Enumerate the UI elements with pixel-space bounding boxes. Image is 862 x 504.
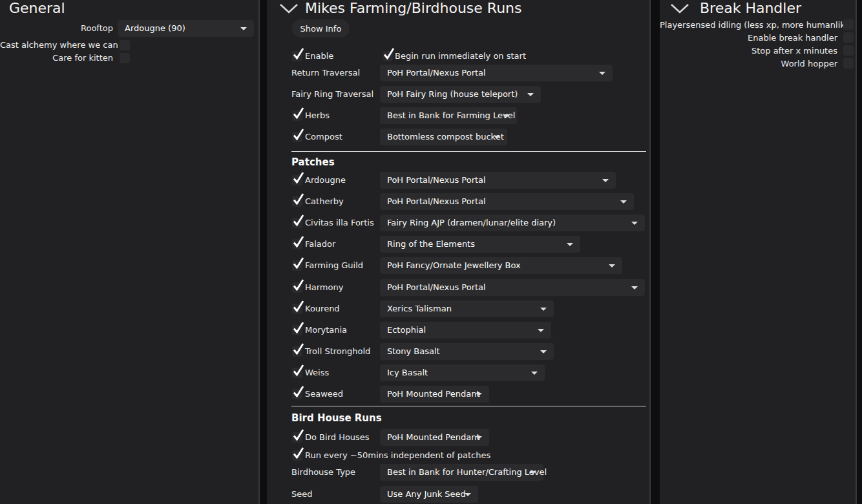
- care-for-kitten-checkbox[interactable]: [120, 53, 130, 63]
- settings-row-falador: FaladorRing of the Elements: [267, 236, 649, 253]
- fairy-ring-traversal-dropdown[interactable]: PoH Fairy Ring (house teleport): [380, 86, 541, 103]
- farming-panel-title: Mikes Farming/Birdhouse Runs: [305, 0, 522, 17]
- settings-row-fairy-ring-traversal: Fairy Ring TraversalPoH Fairy Ring (hous…: [267, 86, 649, 103]
- dropdown-arrow-icon: [476, 393, 482, 396]
- cast-alchemy-where-we-can-checkbox[interactable]: [120, 40, 130, 50]
- morytania-dropdown[interactable]: Ectophial: [380, 322, 551, 339]
- do-bird-houses-dropdown-value: PoH Mounted Pendant: [387, 429, 480, 446]
- falador-label: Falador: [305, 236, 335, 253]
- farming-guild-dropdown[interactable]: PoH Fancy/Ornate Jewellery Box: [380, 257, 622, 274]
- morytania-label: Morytania: [305, 322, 347, 339]
- seaweed-dropdown[interactable]: PoH Mounted Pendant: [380, 386, 489, 403]
- stop-after-x-minutes-checkbox[interactable]: [843, 45, 854, 56]
- civitas-illa-fortis-dropdown[interactable]: Fairy Ring AJP (dramen/lunar/elite diary…: [380, 215, 645, 231]
- farming-guild-checkbox[interactable]: [292, 260, 302, 271]
- enable-break-handler-checkbox[interactable]: [843, 32, 854, 43]
- collapse-chevron-down-icon[interactable]: [279, 3, 299, 14]
- do-bird-houses-checkbox[interactable]: [292, 432, 302, 443]
- herbs-checkbox[interactable]: [292, 110, 302, 121]
- dropdown-arrow-icon: [540, 350, 547, 353]
- compost-label: Compost: [305, 129, 342, 145]
- catherby-dropdown[interactable]: PoH Portal/Nexus Portal: [380, 193, 634, 210]
- settings-row-farming-guild: Farming GuildPoH Fancy/Ornate Jewellery …: [267, 257, 649, 274]
- panel-break-handler: Break Handler Playersensed idling (less …: [660, 0, 857, 504]
- playersensed-idling-less-xp-more-humanlike-label: Playersensed idling (less xp, more human…: [660, 19, 837, 30]
- ardougne-checkbox[interactable]: [292, 175, 302, 185]
- do-bird-houses-dropdown[interactable]: PoH Mounted Pendant: [380, 429, 489, 446]
- ardougne-label: Ardougne: [305, 172, 346, 189]
- civitas-illa-fortis-label: Civitas illa Fortis: [305, 215, 374, 231]
- rooftop-dropdown-value: Ardougne (90): [125, 20, 185, 37]
- civitas-illa-fortis-checkbox[interactable]: [292, 218, 302, 228]
- troll-stronghold-dropdown-value: Stony Basalt: [387, 343, 440, 360]
- farming-guild-label: Farming Guild: [305, 257, 363, 274]
- world-hopper-label: World hopper: [660, 58, 837, 69]
- break-handler-panel-title: Break Handler: [700, 0, 801, 17]
- settings-row-ardougne: ArdougnePoH Portal/Nexus Portal: [267, 172, 649, 189]
- option-row-care-for-kitten: Care for kitten: [0, 53, 258, 63]
- harmony-dropdown-value: PoH Portal/Nexus Portal: [387, 279, 486, 296]
- world-hopper-checkbox[interactable]: [843, 58, 854, 68]
- dropdown-arrow-icon: [476, 436, 482, 439]
- option-row-stop-after-x-minutes: Stop after x minutes: [660, 45, 856, 56]
- troll-stronghold-dropdown[interactable]: Stony Basalt: [380, 343, 554, 360]
- farming-guild-dropdown-value: PoH Fancy/Ornate Jewellery Box: [387, 257, 521, 274]
- ardougne-dropdown[interactable]: PoH Portal/Nexus Portal: [380, 172, 616, 189]
- settings-row-troll-stronghold: Troll StrongholdStony Basalt: [267, 343, 649, 360]
- panel-general: General Rooftop Ardougne (90) Cast alche…: [0, 0, 260, 504]
- catherby-checkbox[interactable]: [292, 196, 302, 207]
- option-row-cast-alchemy-where-we-can: Cast alchemy where we can: [0, 40, 258, 50]
- herbs-dropdown[interactable]: Best in Bank for Farming Level: [380, 107, 517, 124]
- compost-dropdown[interactable]: Bottomless compost bucket: [380, 129, 507, 145]
- settings-row-compost: CompostBottomless compost bucket: [267, 129, 649, 145]
- seed-dropdown[interactable]: Use Any Junk Seed: [380, 486, 478, 503]
- birdhouse-type-dropdown[interactable]: Best in Bank for Hunter/Crafting Level: [380, 464, 543, 481]
- run-every-50mins-independent-of-patches-checkbox[interactable]: [292, 450, 302, 461]
- fairy-ring-traversal-label: Fairy Ring Traversal: [291, 86, 373, 103]
- kourend-dropdown[interactable]: Xerics Talisman: [380, 300, 554, 317]
- return-traversal-dropdown[interactable]: PoH Portal/Nexus Portal: [380, 65, 613, 81]
- kourend-checkbox[interactable]: [292, 304, 302, 314]
- settings-row-harmony: HarmonyPoH Portal/Nexus Portal: [267, 279, 649, 296]
- weiss-dropdown[interactable]: Icy Basalt: [380, 364, 545, 381]
- dropdown-arrow-icon: [567, 243, 573, 246]
- morytania-checkbox[interactable]: [292, 325, 302, 335]
- harmony-label: Harmony: [305, 279, 343, 296]
- falador-dropdown[interactable]: Ring of the Elements: [380, 236, 580, 253]
- collapse-chevron-down-icon[interactable]: [670, 3, 689, 14]
- enable-checkbox[interactable]: [292, 51, 302, 61]
- dropdown-arrow-icon: [538, 329, 544, 332]
- birdhouse-type-dropdown-value: Best in Bank for Hunter/Crafting Level: [387, 464, 547, 481]
- seed-dropdown-value: Use Any Junk Seed: [387, 486, 466, 503]
- birdhouse-type-label: Birdhouse Type: [291, 464, 355, 481]
- playersensed-idling-less-xp-more-humanlike-checkbox[interactable]: [843, 19, 854, 30]
- civitas-illa-fortis-dropdown-value: Fairy Ring AJP (dramen/lunar/elite diary…: [387, 215, 556, 231]
- troll-stronghold-checkbox[interactable]: [292, 346, 302, 357]
- troll-stronghold-label: Troll Stronghold: [305, 343, 370, 360]
- settings-row-catherby: CatherbyPoH Portal/Nexus Portal: [267, 193, 649, 210]
- seaweed-checkbox[interactable]: [292, 389, 302, 399]
- harmony-dropdown[interactable]: PoH Portal/Nexus Portal: [380, 279, 645, 296]
- harmony-checkbox[interactable]: [292, 282, 302, 293]
- weiss-checkbox[interactable]: [292, 368, 302, 378]
- falador-checkbox[interactable]: [292, 239, 302, 249]
- dropdown-arrow-icon: [540, 308, 547, 311]
- divider: [291, 151, 646, 152]
- dropdown-arrow-icon: [503, 114, 510, 118]
- herbs-dropdown-value: Best in Bank for Farming Level: [387, 107, 515, 124]
- return-traversal-dropdown-value: PoH Portal/Nexus Portal: [387, 65, 486, 81]
- compost-checkbox[interactable]: [292, 132, 302, 142]
- birdhouse-section-title: Bird House Runs: [291, 412, 382, 424]
- settings-row-morytania: MorytaniaEctophial: [267, 322, 649, 339]
- option-row-world-hopper: World hopper: [660, 58, 856, 69]
- show-info-button[interactable]: Show Info: [292, 19, 350, 37]
- begin-run-checkbox[interactable]: [383, 51, 393, 61]
- settings-row-seed: SeedUse Any Junk Seed: [267, 486, 649, 503]
- morytania-dropdown-value: Ectophial: [387, 322, 426, 339]
- dropdown-arrow-icon: [465, 493, 471, 496]
- settings-row-seaweed: SeaweedPoH Mounted Pendant: [267, 386, 649, 403]
- enable-break-handler-label: Enable break handler: [660, 32, 837, 43]
- catherby-dropdown-value: PoH Portal/Nexus Portal: [387, 193, 486, 210]
- rooftop-dropdown[interactable]: Ardougne (90): [118, 20, 254, 37]
- dropdown-arrow-icon: [240, 27, 247, 30]
